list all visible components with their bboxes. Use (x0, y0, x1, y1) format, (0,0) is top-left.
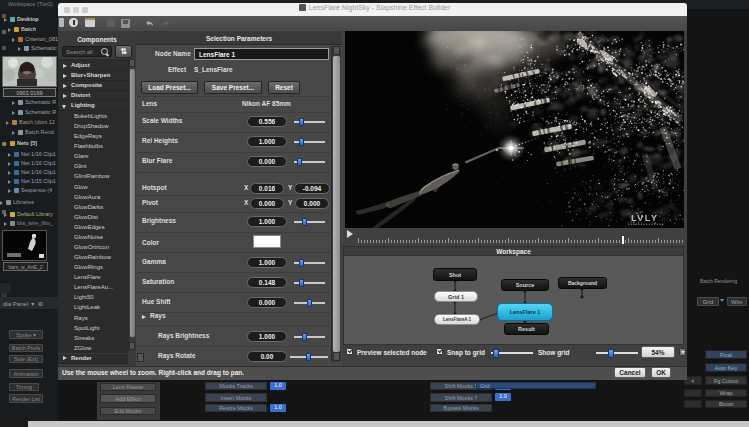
svg-text:LVLY: LVLY (631, 213, 659, 223)
